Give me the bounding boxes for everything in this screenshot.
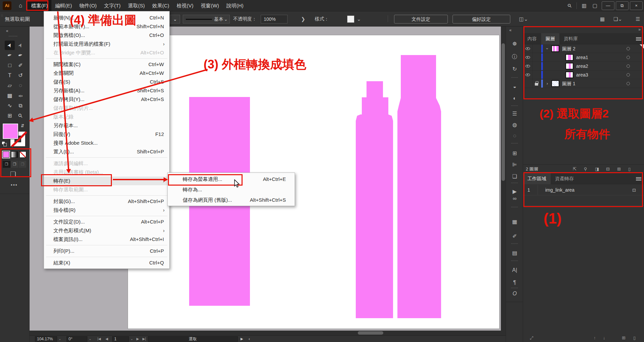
layer-name[interactable]: 圖層 1 [562, 79, 575, 88]
artboard-row[interactable]: 1img_link_area⊡ [523, 185, 644, 195]
default-fill-stroke-icon[interactable] [2, 141, 7, 147]
eye-icon[interactable] [525, 56, 530, 59]
file-menu-item[interactable]: 在 Bridge 中瀏覽...Alt+Ctrl+O [44, 48, 169, 57]
file-menu-item[interactable]: 另存新檔(A)...Shift+Ctrl+S [44, 86, 169, 95]
artboard-dropdown-icon[interactable]: ⌄ [130, 336, 133, 342]
export-submenu-item[interactable]: 轉存為... [168, 184, 295, 195]
last-artboard-icon[interactable]: ▶| [142, 336, 146, 342]
appearance-icon[interactable]: ◌ [506, 133, 523, 139]
layer-thumbnail[interactable] [551, 80, 559, 87]
shape-builder-tool[interactable]: ⧉ [15, 101, 26, 110]
expand-panels-icon[interactable]: » [638, 27, 641, 32]
screen-mode-icon[interactable]: ❏ [10, 170, 16, 178]
expand-chevron-icon[interactable]: › [545, 79, 550, 88]
stroke-weight-dropdown[interactable]: ⌄ [170, 15, 180, 23]
layer-row[interactable]: ›圖層 2 [523, 44, 644, 53]
color-button[interactable] [3, 151, 9, 158]
properties-icon[interactable]: ☸ [506, 41, 523, 47]
pen-tool[interactable]: ✒ [5, 51, 15, 60]
new-artboard-icon[interactable]: ⊞ [622, 335, 626, 340]
menu-w[interactable]: 視窗(W) [197, 0, 223, 11]
tab-libraries[interactable]: 資料庫 [559, 33, 582, 44]
rotation-value[interactable]: 0° [67, 336, 87, 342]
visibility-cell[interactable] [523, 62, 532, 70]
lock-cell[interactable] [532, 44, 541, 53]
layer-thumbnail[interactable] [565, 54, 573, 61]
collect-export-icon[interactable]: ⇱ [573, 165, 576, 174]
panel-resize-icon[interactable]: ⤢ [530, 335, 533, 341]
fill-color-swatch[interactable] [3, 124, 18, 139]
rotation-dropdown-icon[interactable]: ⌄ [89, 336, 91, 342]
rotate-tool[interactable]: ↺ [15, 71, 26, 80]
export-submenu-item[interactable]: 儲存為網頁用 (舊版)...Alt+Shift+Ctrl+S [168, 195, 295, 205]
panel-grip[interactable]: ▪▪▪▪▪▪ [509, 182, 520, 184]
arrange-documents-icon[interactable]: ❏⌄ [613, 11, 622, 27]
lock-cell[interactable] [532, 79, 541, 88]
make-mask-icon[interactable]: ◨ [595, 165, 599, 174]
color-icon[interactable]: ◒ [506, 84, 523, 90]
type-tool[interactable]: T [5, 71, 15, 80]
align-icon[interactable]: ⊫ [506, 161, 523, 168]
lock-cell[interactable] [532, 70, 541, 79]
eye-icon[interactable] [525, 47, 530, 50]
artboards-icon[interactable]: ⊞ [506, 150, 523, 156]
brushes-icon[interactable]: ✐ [506, 233, 523, 239]
layout-icon[interactable]: ▥ [582, 3, 587, 9]
file-menu-item[interactable]: 檔案資訊(I)...Alt+Shift+Ctrl+I [44, 235, 169, 244]
visibility-cell[interactable] [523, 70, 532, 79]
panel-menu-icon[interactable] [636, 177, 641, 178]
new-sublayer-icon[interactable]: ⊟ [606, 165, 610, 174]
pathfinder-icon[interactable]: ❏ [506, 173, 523, 180]
opacity-stepper[interactable]: ❯ [301, 11, 305, 27]
new-layer-icon[interactable]: ⊞ [617, 165, 621, 174]
zoom-dropdown-icon[interactable]: ⌄ [58, 336, 61, 342]
tab-asset-export[interactable]: 資產轉存 [551, 173, 578, 184]
status-play-icon[interactable]: ▶ [241, 336, 243, 342]
draw-normal-icon[interactable]: ❐ [3, 161, 11, 168]
eraser-tool[interactable]: ▱ [5, 81, 15, 90]
file-menu-item[interactable]: 轉存(E)› [44, 177, 169, 185]
character-icon[interactable]: A| [506, 267, 523, 273]
layer-row[interactable]: area1 [523, 53, 644, 62]
zoom-tool[interactable]: ⚲ [15, 111, 26, 120]
layer-name[interactable]: area2 [576, 62, 588, 70]
info-icon[interactable]: ⓘ [506, 53, 523, 60]
file-menu-item[interactable]: 從範本新增(T)...Shift+Ctrl+N [44, 22, 169, 31]
file-menu-item[interactable]: 置入(L)...Shift+Ctrl+P [44, 147, 169, 156]
target-circle-icon[interactable] [627, 64, 630, 68]
collapse-panels-icon[interactable]: « [506, 28, 523, 33]
restore-button[interactable]: ⧉ [616, 1, 629, 10]
target-circle-icon[interactable] [627, 73, 630, 77]
file-menu-item[interactable]: 列印(P)...Ctrl+P [44, 247, 169, 255]
expand-chevron-icon[interactable]: › [543, 46, 552, 51]
layer-thumbnail[interactable] [565, 63, 573, 69]
close-button[interactable]: × [630, 1, 643, 10]
export-submenu-item[interactable]: 轉存為螢幕適用...Alt+Ctrl+E [168, 174, 295, 184]
app-grid-icon[interactable]: ▦ [600, 11, 605, 27]
draw-behind-icon[interactable]: ❐ [11, 161, 19, 168]
curvature-tool[interactable]: ✒ [15, 51, 26, 60]
none-button[interactable] [19, 151, 26, 158]
panel-grip[interactable]: ▪▪▪▪▪▪ [509, 242, 520, 245]
file-menu-item[interactable]: 全部關閉Alt+Ctrl+W [44, 69, 169, 78]
layer-name[interactable]: area3 [576, 70, 588, 79]
panel-grip[interactable]: ▪▪▪▪▪▪ [509, 76, 520, 79]
style-dropdown-icon[interactable]: ⌄ [357, 11, 361, 27]
isolate-icon[interactable]: ◫⌄ [519, 11, 528, 27]
artboard-name[interactable]: img_link_area [545, 185, 574, 195]
lock-cell[interactable] [532, 62, 541, 70]
locate-object-icon[interactable]: ⚲ [584, 165, 587, 174]
paintbrush-tool[interactable]: ✐ [15, 61, 26, 70]
artboard-tool[interactable]: ⊞ [5, 111, 15, 120]
file-menu-item[interactable]: 開啟舊檔(O)...Ctrl+O [44, 31, 169, 40]
links-icon[interactable]: ∞ [506, 196, 523, 202]
file-menu-item[interactable]: 文件設定(D)...Alt+Ctrl+P [44, 217, 169, 226]
artboard-page-icon[interactable]: ⊡ [632, 185, 636, 195]
zoom-level[interactable]: 104.17% [35, 336, 57, 342]
selection-tool[interactable]: ➤ [5, 41, 15, 50]
home-icon[interactable]: ⌂ [19, 0, 22, 11]
edit-toolbar-icon[interactable]: ••• [11, 182, 18, 188]
swap-fill-stroke-icon[interactable]: ⇆ [20, 124, 25, 128]
swatches-icon[interactable]: ▦ [506, 218, 523, 225]
grip-handle[interactable]: ⁞⁞ [1, 14, 3, 17]
